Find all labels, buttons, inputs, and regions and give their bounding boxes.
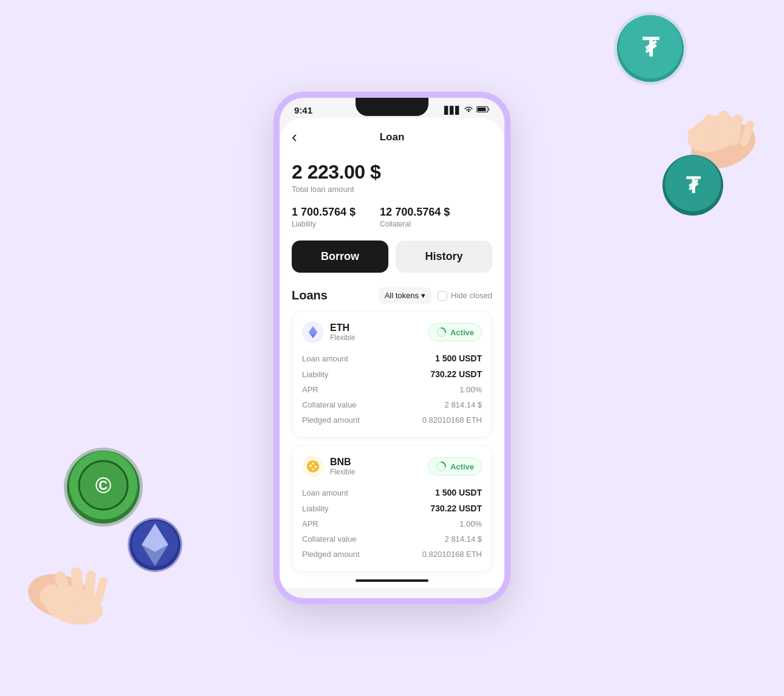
header: ‹ Loan xyxy=(280,118,504,151)
bnb-loan-amount-row: Loan amount 1 500 USDT xyxy=(302,485,482,500)
back-button[interactable]: ‹ xyxy=(292,128,297,146)
signal-icon: ▋▋▋ xyxy=(444,106,461,115)
bnb-status-label: Active xyxy=(450,462,474,471)
eth-active-spinner xyxy=(436,327,447,338)
liability-stat: 1 700.5764 $ Liability xyxy=(292,206,356,228)
svg-text:©: © xyxy=(95,473,112,498)
hide-closed-toggle[interactable]: Hide closed xyxy=(438,291,492,301)
total-amount: 2 223.00 $ xyxy=(292,161,492,183)
wifi-icon xyxy=(464,106,473,115)
green-coin: © xyxy=(61,445,146,530)
collateral-stat: 12 700.5764 $ Collateral xyxy=(380,206,450,228)
eth-liability-row: Liability 730.22 USDT xyxy=(302,366,482,382)
svg-rect-32 xyxy=(478,107,486,111)
collateral-label: Collateral xyxy=(380,220,450,228)
phone-notch xyxy=(356,98,428,116)
tether-coin-mid: ₮ xyxy=(659,152,726,219)
status-icons: ▋▋▋ xyxy=(444,106,490,115)
hide-closed-checkbox[interactable] xyxy=(438,291,447,301)
eth-status-label: Active xyxy=(450,328,474,337)
bnb-coin-name: BNB xyxy=(330,457,355,468)
eth-loan-amount-row: Loan amount 1 500 USDT xyxy=(302,350,482,366)
status-time: 9:41 xyxy=(294,105,312,115)
bnb-pledged-row: Pledged amount 0.82010168 ETH xyxy=(302,547,482,562)
loans-controls: All tokens ▾ Hide closed xyxy=(379,287,492,304)
eth-coin-name: ETH xyxy=(330,322,355,333)
bnb-coin-info: BNB Flexible xyxy=(302,455,355,477)
bnb-active-spinner xyxy=(436,461,447,472)
eth-coin-info: ETH Flexible xyxy=(302,321,355,343)
phone: 9:41 ▋▋▋ ‹ Loan 2 223.00 $ Total loan am… xyxy=(273,92,511,604)
page-title: Loan xyxy=(380,131,405,143)
eth-coin-type: Flexible xyxy=(330,333,355,342)
bnb-active-badge: Active xyxy=(428,457,482,476)
eth-loan-card[interactable]: ETH Flexible Active Loan amount 1 500 US… xyxy=(292,311,492,438)
tabs: Borrow History xyxy=(280,228,504,282)
loans-title: Loans xyxy=(292,288,328,302)
bnb-liability-row: Liability 730.22 USDT xyxy=(302,500,482,516)
eth-pledged-row: Pledged amount 0.82010168 ETH xyxy=(302,412,482,428)
home-indicator xyxy=(356,579,428,582)
battery-icon xyxy=(476,106,490,115)
bnb-icon xyxy=(302,455,324,477)
loan-summary: 2 223.00 $ Total loan amount 1 700.5764 … xyxy=(280,151,504,228)
loans-header: Loans All tokens ▾ Hide closed xyxy=(280,282,504,311)
history-tab[interactable]: History xyxy=(396,241,492,273)
total-label: Total loan amount xyxy=(292,185,492,194)
svg-text:₮: ₮ xyxy=(686,173,701,198)
borrow-tab[interactable]: Borrow xyxy=(292,241,388,273)
svg-rect-29 xyxy=(94,576,109,604)
svg-text:₮: ₮ xyxy=(642,33,660,62)
liability-label: Liability xyxy=(292,220,356,228)
eth-collateral-row: Collateral value 2 814.14 $ xyxy=(302,397,482,412)
dropdown-icon: ▾ xyxy=(421,291,425,300)
all-tokens-filter[interactable]: All tokens ▾ xyxy=(379,287,432,304)
bnb-apr-row: APR 1.00% xyxy=(302,516,482,531)
eth-icon xyxy=(302,321,324,343)
bnb-loan-header: BNB Flexible Active xyxy=(302,455,482,477)
eth-active-badge: Active xyxy=(428,323,482,341)
bnb-collateral-row: Collateral value 2 814.14 $ xyxy=(302,531,482,547)
bnb-coin-type: Flexible xyxy=(330,468,355,476)
screen: ‹ Loan 2 223.00 $ Total loan amount 1 70… xyxy=(280,118,504,588)
eth-apr-row: APR 1.00% xyxy=(302,382,482,397)
liability-value: 1 700.5764 $ xyxy=(292,206,356,219)
eth-loan-header: ETH Flexible Active xyxy=(302,321,482,343)
collateral-value: 12 700.5764 $ xyxy=(380,206,450,219)
stats-row: 1 700.5764 $ Liability 12 700.5764 $ Col… xyxy=(292,206,492,228)
svg-rect-20 xyxy=(718,111,729,146)
bnb-loan-card[interactable]: BNB Flexible Active Loan amount 1 500 US… xyxy=(292,445,492,572)
